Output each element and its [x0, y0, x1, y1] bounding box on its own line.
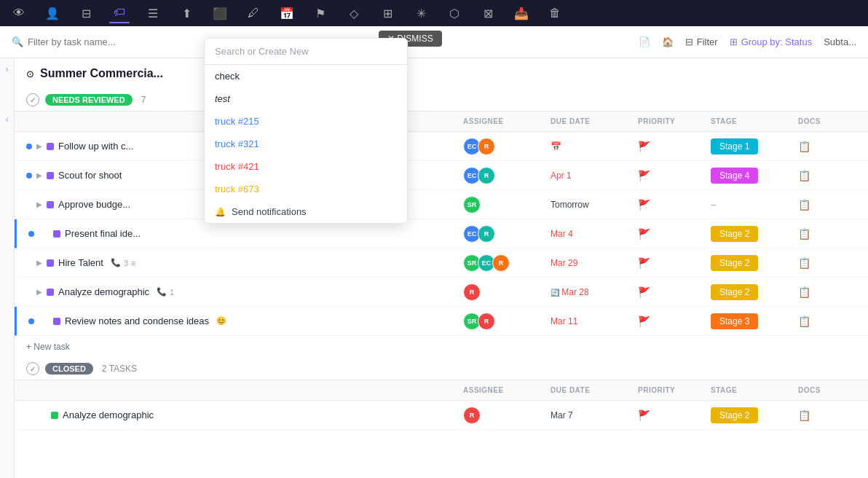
task-name-cell: ▶ Analyze demographic 📞 1	[26, 283, 463, 300]
notification-icon: 🔔	[215, 207, 226, 217]
collapse-button-needs-reviewed[interactable]: ✓	[26, 93, 39, 106]
docs-cell: 📋	[798, 316, 856, 327]
col-due-date: DUE DATE	[551, 114, 638, 128]
truck421-label: truck #421	[215, 161, 259, 172]
task-row[interactable]: ▶ Scout for shoot EC R Apr 1 🚩 Stage 4 📋	[15, 161, 868, 190]
dropdown-item-truck215[interactable]: truck #215	[205, 110, 407, 133]
toolbar-icon-grid[interactable]: ⊟	[76, 3, 96, 23]
phone-icon: 📞	[111, 258, 121, 267]
toolbar-icon-edit[interactable]: 🖊	[243, 3, 264, 23]
dropdown-item-truck673[interactable]: truck #673	[205, 178, 407, 200]
task-row[interactable]: ▶ Analyze demographic 📞 1 R 🔄 Mar 28 🚩	[15, 278, 868, 307]
toolbar-icon-diamond[interactable]: ◇	[344, 3, 364, 23]
assignee-avatars: EC R	[463, 138, 551, 155]
toolbar-icon-apps[interactable]: ⊞	[377, 3, 398, 23]
phone-icon: 📞	[157, 287, 167, 297]
task-row[interactable]: ▶ Approve budge... SR Tomorrow 🚩 – 📋	[15, 190, 868, 219]
expand-arrow[interactable]: ▶	[36, 259, 42, 267]
toolbar-icon-upload[interactable]: ⬆	[176, 3, 197, 23]
filter-button[interactable]: ⊟ Filter	[685, 36, 718, 47]
group-header-needs-reviewed: ✓ NEEDS REVIEWED 7	[15, 89, 868, 111]
home-icon[interactable]: 🏠	[662, 36, 674, 47]
assignee-avatars: SR	[463, 196, 551, 213]
task-row[interactable]: ▶ Follow up with c... EC R 📅 🚩 Stage 1 📋	[15, 132, 868, 161]
dropdown-item-truck321[interactable]: truck #321	[205, 133, 407, 155]
task-name-cell: Analyze demographic	[26, 407, 463, 423]
dropdown-item-truck421[interactable]: truck #421	[205, 155, 407, 178]
toolbar-icon-user[interactable]: 👤	[42, 3, 63, 23]
task-color-indicator	[47, 172, 54, 179]
toolbar-icon-inbox[interactable]: 📥	[511, 3, 532, 23]
stage-cell: –	[711, 199, 798, 210]
dropdown-search-box	[205, 39, 407, 65]
truck321-label: truck #321	[215, 138, 259, 149]
task-row[interactable]: ▶ Hire Talent 📞 3 ≡ SR EC R Mar 29 🚩 S	[15, 248, 868, 278]
task-row[interactable]: Analyze demographic R Mar 7 🚩 Stage 2 📋	[15, 401, 868, 430]
avatar: R	[463, 283, 481, 301]
task-color-indicator	[53, 318, 60, 325]
toolbar-icon-tag[interactable]: 🏷	[109, 3, 130, 23]
doc-icon[interactable]: 📄	[639, 36, 650, 47]
task-color-indicator	[53, 230, 60, 238]
docs-cell: 📋	[798, 228, 856, 240]
task-name: Hire Talent	[58, 257, 103, 268]
priority-flag: 🚩	[638, 228, 711, 240]
expand-arrow[interactable]: ▶	[36, 200, 42, 208]
task-row[interactable]: Review notes and condense ideas 😊 SR R M…	[15, 307, 868, 336]
toolbar-icon-trash[interactable]: 🗑	[545, 3, 565, 23]
expand-arrow[interactable]: ▶	[36, 288, 42, 296]
col-stage: STAGE	[711, 383, 798, 397]
due-date: Mar 11	[551, 316, 638, 326]
expand-arrow[interactable]: ▶	[36, 171, 42, 179]
task-name: Analyze demographic	[58, 286, 149, 297]
collapse-button-closed[interactable]: ✓	[26, 362, 39, 375]
sidebar-collapse-icon[interactable]: ‹	[6, 114, 9, 125]
toolbar-icon-flag[interactable]: ⚑	[310, 3, 331, 23]
task-name: Review notes and condense ideas	[65, 316, 209, 326]
stage-badge: Stage 2	[711, 284, 758, 300]
stage-badge: Stage 2	[711, 407, 758, 423]
task-name-cell: Present final ide...	[28, 225, 463, 242]
toolbar-icon-star[interactable]: ✳	[411, 3, 431, 23]
sidebar-expand-icon[interactable]: ›	[6, 64, 9, 74]
column-headers: ASSIGNEE DUE DATE PRIORITY STAGE DOCS	[15, 111, 868, 132]
priority-flag: 🚩	[638, 410, 711, 421]
toolbar-icon-list[interactable]: ☰	[143, 3, 163, 23]
dropdown-item-check[interactable]: check	[205, 65, 407, 87]
stage-dash: –	[711, 199, 716, 210]
new-task-row[interactable]: + New task	[15, 336, 868, 358]
unread-dot	[28, 231, 34, 237]
col-task	[26, 383, 463, 397]
toolbar-icon-box[interactable]: ⊠	[478, 3, 498, 23]
group-needs-reviewed: ✓ NEEDS REVIEWED 7 ASSIGNEE DUE DATE PRI…	[15, 89, 868, 358]
expand-arrow[interactable]: ▶	[36, 142, 42, 150]
toolbar-icon-square[interactable]: ⬛	[210, 3, 230, 23]
task-name-cell: ▶ Hire Talent 📞 3 ≡	[26, 254, 463, 271]
avatar: R	[492, 254, 510, 272]
priority-flag: 🚩	[638, 316, 711, 327]
due-date: Mar 29	[551, 258, 638, 268]
toolbar-icon-hex[interactable]: ⬡	[444, 3, 465, 23]
toolbar-icon-eye[interactable]: 👁	[9, 3, 29, 23]
task-extras: 📞 3 ≡	[111, 258, 136, 267]
subtask-button[interactable]: Subta...	[824, 36, 856, 47]
group-by-button[interactable]: ⊞ Group by: Status	[730, 36, 813, 47]
content-area: ⊙ Summer Commercia... ✓ NEEDS REVIEWED 7…	[15, 58, 868, 478]
emoji-icon: 😊	[216, 316, 226, 326]
subheader-actions: 📄 🏠 ⊟ Filter ⊞ Group by: Status Subta...	[639, 36, 856, 47]
unread-dot	[28, 318, 34, 324]
task-extras: 📞 1	[157, 287, 174, 297]
dropdown-item-send-notifications[interactable]: 🔔 Send notifications	[205, 200, 407, 223]
dropdown-search-input[interactable]	[215, 46, 397, 57]
task-name: Scout for shoot	[58, 170, 122, 181]
task-row[interactable]: Present final ide... EC R Mar 4 🚩 Stage …	[15, 219, 868, 248]
task-color-indicator	[47, 201, 54, 208]
task-extras: 😊	[216, 316, 226, 326]
dropdown-item-test[interactable]: test	[205, 87, 407, 110]
notes-icon: ≡	[131, 259, 135, 267]
due-date: Mar 7	[551, 410, 638, 420]
unread-dot	[26, 144, 32, 149]
toolbar-icon-calendar[interactable]: 📅	[277, 3, 297, 23]
col-assignee: ASSIGNEE	[463, 383, 551, 397]
filter-input[interactable]	[28, 36, 144, 47]
